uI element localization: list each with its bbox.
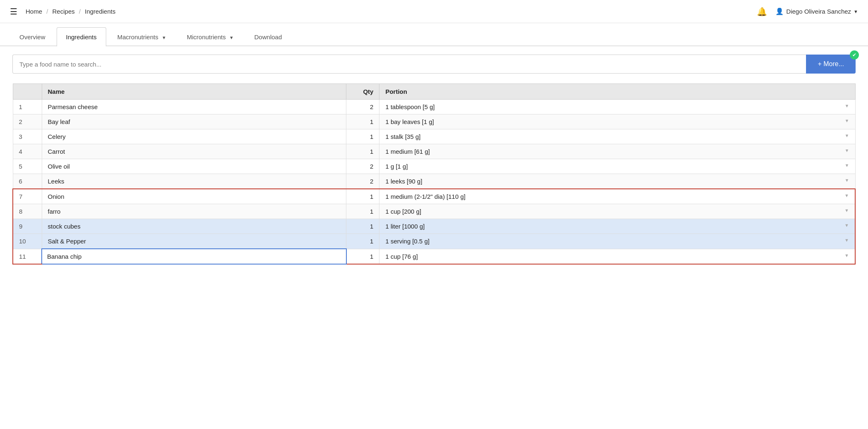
table-row: 11Banana chip11 cup [76 g] ▼	[13, 249, 855, 264]
row-number: 1	[13, 100, 42, 114]
portion-dropdown-icon[interactable]: ▼	[845, 148, 849, 153]
row-portion[interactable]: 1 bay leaves [1 g] ▼	[379, 114, 855, 129]
row-number: 11	[13, 249, 42, 264]
table-row: 9stock cubes11 liter [1000 g] ▼	[13, 219, 855, 234]
table-row: 7Onion11 medium (2-1/2" dia) [110 g] ▼	[13, 189, 855, 204]
row-qty: 1	[346, 204, 379, 219]
row-qty: 1	[346, 129, 379, 144]
row-name: Leeks	[42, 174, 346, 189]
tab-macronutrients[interactable]: Macronutrients ▼	[108, 27, 176, 46]
tabs-bar: Overview Ingredients Macronutrients ▼ Mi…	[0, 26, 868, 46]
portion-dropdown-icon[interactable]: ▼	[845, 163, 849, 168]
row-portion[interactable]: 1 serving [0.5 g] ▼	[379, 234, 855, 249]
row-qty: 1	[346, 249, 379, 264]
more-button[interactable]: + More...	[806, 55, 856, 74]
breadcrumb: Home / Recipes / Ingredients	[26, 8, 115, 15]
row-portion[interactable]: 1 tablespoon [5 g] ▼	[379, 100, 855, 114]
portion-dropdown-icon[interactable]: ▼	[844, 253, 849, 258]
row-name: Salt & Pepper	[42, 234, 346, 249]
row-number: 10	[13, 234, 42, 249]
row-number: 2	[13, 114, 42, 129]
col-header-portion: Portion	[379, 84, 855, 100]
row-qty: 1	[346, 114, 379, 129]
top-bar-right: 🔔 👤 Diego Oliveira Sanchez ▼	[757, 7, 858, 17]
portion-dropdown-icon[interactable]: ▼	[844, 208, 849, 213]
breadcrumb-sep2: /	[79, 8, 81, 15]
col-header-num	[13, 84, 42, 100]
row-portion[interactable]: 1 leeks [90 g] ▼	[379, 174, 855, 189]
breadcrumb-home[interactable]: Home	[26, 8, 42, 15]
portion-dropdown-icon[interactable]: ▼	[844, 193, 849, 198]
tab-overview[interactable]: Overview	[10, 27, 55, 46]
success-badge: ✔	[850, 50, 859, 60]
col-header-name: Name	[42, 84, 346, 100]
row-qty: 2	[346, 174, 379, 189]
row-name: Celery	[42, 129, 346, 144]
row-number: 3	[13, 129, 42, 144]
row-name: Onion	[42, 189, 346, 204]
portion-dropdown-icon[interactable]: ▼	[844, 238, 849, 243]
row-portion[interactable]: 1 medium [61 g] ▼	[379, 144, 855, 159]
row-name: Bay leaf	[42, 114, 346, 129]
hamburger-menu-icon[interactable]: ☰	[10, 7, 17, 17]
breadcrumb-recipes[interactable]: Recipes	[52, 8, 75, 15]
tab-micronutrients-label: Micronutrients	[187, 33, 226, 41]
user-menu-caret-icon: ▼	[854, 9, 858, 14]
tab-overview-label: Overview	[19, 33, 45, 41]
tab-ingredients[interactable]: Ingredients	[57, 27, 106, 46]
macronutrients-dropdown-icon: ▼	[162, 35, 166, 40]
table-row: 2Bay leaf11 bay leaves [1 g] ▼	[13, 114, 855, 129]
portion-dropdown-icon[interactable]: ▼	[845, 178, 849, 183]
portion-dropdown-icon[interactable]: ▼	[845, 103, 849, 108]
tab-ingredients-label: Ingredients	[66, 33, 97, 41]
row-name: stock cubes	[42, 219, 346, 234]
user-avatar-icon: 👤	[775, 7, 784, 15]
row-qty: 1	[346, 144, 379, 159]
row-number: 5	[13, 159, 42, 174]
bell-icon[interactable]: 🔔	[757, 7, 767, 17]
portion-dropdown-icon[interactable]: ▼	[845, 133, 849, 138]
row-name[interactable]: Banana chip	[42, 249, 346, 264]
row-qty: 2	[346, 100, 379, 114]
row-portion[interactable]: 1 g [1 g] ▼	[379, 159, 855, 174]
row-number: 7	[13, 189, 42, 204]
row-portion[interactable]: 1 stalk [35 g] ▼	[379, 129, 855, 144]
portion-dropdown-icon[interactable]: ▼	[845, 118, 849, 123]
col-header-qty: Qty	[346, 84, 379, 100]
search-row: + More... ✔	[12, 55, 856, 74]
table-row: 4Carrot11 medium [61 g] ▼	[13, 144, 855, 159]
row-name: farro	[42, 204, 346, 219]
micronutrients-dropdown-icon: ▼	[229, 35, 234, 40]
breadcrumb-current: Ingredients	[85, 8, 115, 15]
row-qty: 1	[346, 234, 379, 249]
table-row: 8farro11 cup [200 g] ▼	[13, 204, 855, 219]
main-content: + More... ✔ Name Qty Portion 1Parmesan c…	[0, 46, 868, 273]
table-header-row: Name Qty Portion	[13, 84, 855, 100]
portion-dropdown-icon[interactable]: ▼	[844, 223, 849, 228]
row-qty: 1	[346, 219, 379, 234]
table-row: 10Salt & Pepper11 serving [0.5 g] ▼	[13, 234, 855, 249]
row-portion[interactable]: 1 cup [200 g] ▼	[379, 204, 855, 219]
row-number: 8	[13, 204, 42, 219]
row-name: Olive oil	[42, 159, 346, 174]
breadcrumb-sep1: /	[46, 8, 48, 15]
table-row: 3Celery11 stalk [35 g] ▼	[13, 129, 855, 144]
row-qty: 1	[346, 189, 379, 204]
tab-download[interactable]: Download	[245, 27, 291, 46]
row-portion[interactable]: 1 liter [1000 g] ▼	[379, 219, 855, 234]
table-row: 5Olive oil21 g [1 g] ▼	[13, 159, 855, 174]
tab-micronutrients[interactable]: Micronutrients ▼	[177, 27, 243, 46]
row-name: Parmesan cheese	[42, 100, 346, 114]
row-number: 9	[13, 219, 42, 234]
table-row: 1Parmesan cheese21 tablespoon [5 g] ▼	[13, 100, 855, 114]
user-menu[interactable]: 👤 Diego Oliveira Sanchez ▼	[775, 7, 858, 15]
tab-macronutrients-label: Macronutrients	[117, 33, 158, 41]
tab-download-label: Download	[254, 33, 282, 41]
ingredients-table: Name Qty Portion 1Parmesan cheese21 tabl…	[12, 83, 856, 265]
row-qty: 2	[346, 159, 379, 174]
row-number: 6	[13, 174, 42, 189]
search-input[interactable]	[12, 55, 806, 74]
row-portion[interactable]: 1 cup [76 g] ▼	[379, 249, 855, 264]
row-portion[interactable]: 1 medium (2-1/2" dia) [110 g] ▼	[379, 189, 855, 204]
username-label: Diego Oliveira Sanchez	[786, 8, 851, 15]
